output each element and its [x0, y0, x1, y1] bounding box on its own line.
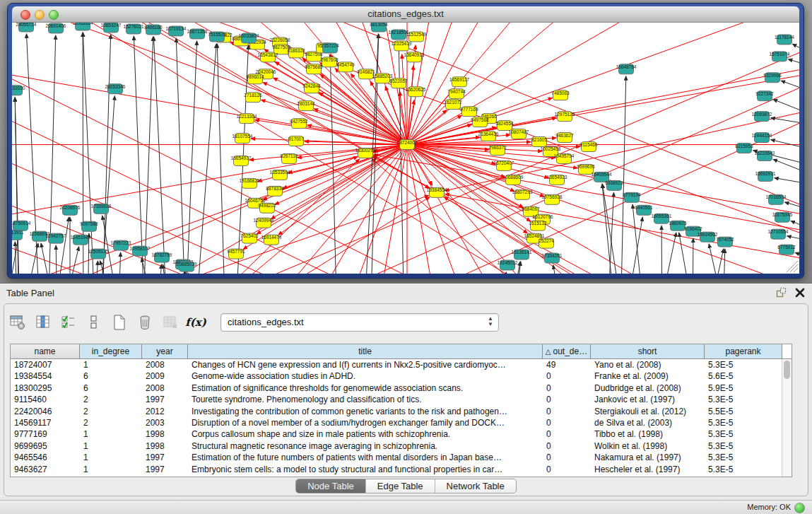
table-cell[interactable]: 9777169: [11, 428, 80, 440]
graph-node-18750614[interactable]: 18750614: [12, 221, 31, 230]
graph-node-8267110[interactable]: 8267110: [281, 153, 298, 163]
graph-node-16914479[interactable]: 16914479: [261, 235, 282, 245]
graph-node-16782759[interactable]: 16782759: [152, 252, 172, 262]
graph-node-18300295[interactable]: 18300295: [355, 148, 376, 158]
graph-node-6938923[interactable]: 6938923: [605, 180, 623, 190]
attribute-checklist-icon[interactable]: [59, 313, 78, 332]
graph-node-7625402[interactable]: 7625402: [240, 233, 259, 243]
graph-node-2718126[interactable]: 2718126: [244, 93, 262, 103]
table-cell[interactable]: 2009: [142, 370, 188, 382]
graph-node-12505135[interactable]: 12505135: [88, 249, 109, 259]
tab-node-table[interactable]: Node Table: [296, 479, 366, 493]
table-scrollbar[interactable]: [782, 359, 792, 477]
graph-node-9329966[interactable]: 9329966: [763, 73, 782, 83]
table-cell[interactable]: Stergiakouli et al. (2012): [591, 406, 705, 417]
graph-node-10653247[interactable]: 10653247: [101, 23, 122, 33]
table-cell[interactable]: 18300295: [11, 382, 80, 394]
table-scrollbar-thumb[interactable]: [784, 361, 790, 379]
graph-node-9777169[interactable]: 9777169: [460, 107, 478, 117]
tab-edge-table[interactable]: Edge Table: [366, 479, 435, 493]
graph-node-12093872[interactable]: 12093872: [752, 112, 772, 122]
graph-node-3913911[interactable]: 3913911: [12, 230, 24, 240]
table-cell[interactable]: Tibbo et al. (1998): [591, 428, 705, 440]
column-header-name[interactable]: name: [11, 344, 80, 358]
graph-node-9097588[interactable]: 9097588: [80, 221, 98, 231]
table-cell[interactable]: 9699695: [11, 440, 80, 452]
graph-node-18807293[interactable]: 18807293: [512, 189, 533, 199]
graph-node-19245012[interactable]: 19245012: [498, 260, 518, 270]
graph-node-10688609[interactable]: 10688609: [503, 175, 524, 185]
graph-node-11178144[interactable]: 11178144: [775, 35, 794, 45]
table-cell[interactable]: 6: [80, 382, 142, 394]
graph-node-17359928[interactable]: 17359928: [91, 204, 112, 214]
graph-node-20631030[interactable]: 20631030: [12, 86, 25, 95]
graph-node-9498222[interactable]: 9498222: [258, 203, 276, 213]
memory-indicator[interactable]: [794, 503, 805, 513]
table-cell[interactable]: 5.3E-5: [705, 440, 782, 452]
graph-node-13640913[interactable]: 13640913: [404, 52, 425, 62]
table-cell[interactable]: Estimation of significance thresholds fo…: [188, 382, 543, 394]
table-cell[interactable]: 1997: [142, 464, 188, 475]
table-cell[interactable]: Franke et al. (2009): [591, 370, 705, 382]
network-graph[interactable]: 1872400722420046989601427181261221336418…: [12, 23, 799, 274]
table-cell[interactable]: 0: [543, 370, 591, 382]
table-cell[interactable]: 18724007: [11, 359, 80, 370]
network-view-window[interactable]: citations_edges.txt 18724007224200469896…: [7, 3, 804, 279]
graph-node-11512549[interactable]: 11512549: [406, 32, 427, 42]
graph-node-10719134[interactable]: 10719134: [166, 26, 187, 36]
graph-node-12942757[interactable]: 12942757: [46, 233, 66, 243]
graph-node-17016504[interactable]: 17016504: [766, 194, 787, 204]
table-row[interactable]: 977716911998Corpus callosum shape and si…: [11, 428, 792, 440]
table-row[interactable]: 1830029562008Estimation of significance …: [11, 382, 792, 394]
graph-node-15136141[interactable]: 15136141: [512, 250, 532, 259]
graph-node-6497568[interactable]: 6497568: [471, 117, 489, 127]
graph-node-15276021[interactable]: 15276021: [124, 24, 144, 34]
table-cell[interactable]: Investigating the contribution of common…: [188, 406, 543, 417]
table-cell[interactable]: Disruption of a novel member of a sodium…: [188, 417, 543, 428]
table-cell[interactable]: 0: [543, 417, 591, 428]
table-cell[interactable]: Corpus callosum shape and size in male p…: [188, 428, 543, 440]
graph-node-12409948[interactable]: 12409948: [254, 218, 274, 228]
graph-node-11065324[interactable]: 11065324: [73, 23, 93, 30]
column-header-out_de[interactable]: △out_de…: [543, 344, 591, 358]
table-cell[interactable]: 9115460: [11, 394, 80, 405]
graph-node-24055724[interactable]: 24055724: [16, 23, 37, 32]
table-cell[interactable]: 1: [80, 359, 142, 370]
table-cell[interactable]: 1997: [142, 394, 188, 405]
table-cell[interactable]: 5.3E-5: [705, 428, 782, 440]
graph-node-7986372[interactable]: 7986372: [488, 146, 507, 156]
graph-node-917007[interactable]: 917007: [288, 136, 304, 146]
node-table[interactable]: namein_degreeyeartitle△out_de…shortpager…: [10, 344, 792, 477]
table-row[interactable]: 946554611997Estimation of the future num…: [11, 452, 792, 463]
table-cell[interactable]: 0: [543, 452, 591, 463]
table-cell[interactable]: 0: [543, 428, 591, 440]
tab-network-table[interactable]: Network Table: [435, 479, 516, 493]
table-cell[interactable]: Wolkin et al. (1998): [591, 440, 705, 452]
graph-node-11451943[interactable]: 11451943: [71, 235, 91, 245]
table-cell[interactable]: 2012: [142, 406, 188, 417]
graph-node-8454749[interactable]: 8454749: [336, 62, 355, 72]
table-cell[interactable]: 2: [80, 417, 142, 428]
graph-node-12213364[interactable]: 12213364: [237, 114, 257, 124]
graph-node-6775912[interactable]: 6775912: [777, 245, 796, 255]
graph-node-19756928[interactable]: 19756928: [542, 194, 563, 204]
column-header-pagerank[interactable]: pagerank: [705, 344, 782, 358]
graph-node-8878334[interactable]: 8878334: [266, 186, 284, 196]
table-cell[interactable]: 1: [80, 452, 142, 463]
table-body[interactable]: 1872400712008Changes of HCN gene express…: [11, 359, 792, 475]
graph-node-13620625[interactable]: 13620625: [406, 87, 426, 97]
close-panel-icon[interactable]: [795, 288, 805, 298]
graph-nodes[interactable]: 1872400722420046989601427181261221336418…: [12, 23, 796, 271]
graph-node-6779194[interactable]: 6779194: [623, 192, 641, 202]
table-cell[interactable]: 0: [543, 440, 591, 452]
table-cell[interactable]: 6: [80, 370, 142, 382]
column-header-year[interactable]: year: [142, 344, 188, 358]
column-header-title[interactable]: title: [188, 344, 543, 358]
graph-node-10958107[interactable]: 10958107: [130, 246, 151, 256]
table-cell[interactable]: 14569117: [11, 417, 80, 428]
table-cell[interactable]: 1: [80, 464, 142, 475]
graph-node-2967608[interactable]: 2967608: [320, 57, 339, 67]
window-resize-grip[interactable]: [787, 261, 798, 272]
graph-node-9115460[interactable]: 9115460: [580, 142, 598, 152]
table-row[interactable]: 1938455462009Genome-wide association stu…: [11, 370, 792, 382]
